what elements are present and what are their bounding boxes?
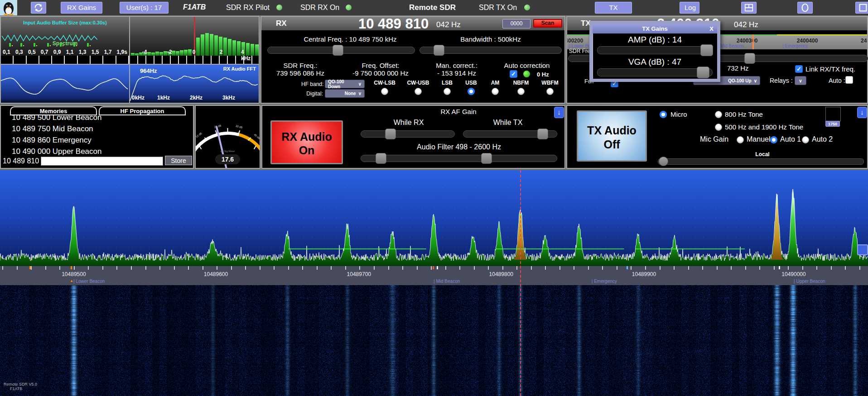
- central-freq-slider[interactable]: [267, 45, 415, 55]
- bandwidth-slider[interactable]: [420, 45, 562, 55]
- version-label: Remote SDR V5.0: [4, 382, 37, 386]
- rx-audio-state-button[interactable]: RX AudioOn: [270, 120, 343, 164]
- while-rx-slider[interactable]: [361, 129, 455, 138]
- axis-tick: [274, 266, 275, 270]
- axis-label: 10489900: [632, 271, 656, 277]
- log-button[interactable]: Log: [680, 2, 699, 14]
- rx-gains-button[interactable]: RX Gains: [61, 2, 102, 14]
- buffer-bar-dot: [12, 45, 13, 46]
- memory-item[interactable]: 10 490 000 Upper Beacon: [12, 147, 102, 156]
- mic-gain-manuel-radio[interactable]: [737, 136, 744, 143]
- tx-frequency-sub: 042 Hz: [734, 20, 758, 29]
- digital-select[interactable]: None∨: [325, 89, 365, 98]
- memory-name-input[interactable]: [41, 157, 163, 166]
- axis-tick: [260, 266, 260, 270]
- mode-radio-cw-lsb[interactable]: [381, 88, 388, 95]
- mic-gain-auto1-radio[interactable]: [770, 136, 777, 143]
- tx-beacon-label: | Emergency: [782, 43, 808, 48]
- chevron-down-icon: ∨: [754, 78, 757, 83]
- panorama-corner-button[interactable]: [857, 244, 868, 255]
- audio-filter-slider[interactable]: [361, 153, 557, 163]
- rx-tuning-cursor[interactable]: [520, 170, 521, 396]
- tux-logo: [0, 0, 17, 15]
- window-layout-button[interactable]: [741, 2, 757, 14]
- fft-tick-label: 1kHz: [157, 95, 170, 101]
- man-correct-label: Man. correct.:: [436, 62, 477, 69]
- axis-tick: [431, 266, 432, 270]
- fft-tick-label: 0kHz: [132, 95, 145, 101]
- iq-bar: [205, 33, 209, 56]
- hf-band-select[interactable]: QO-100 Down∨: [325, 80, 365, 88]
- mode-radio-cw-usb[interactable]: [415, 88, 422, 95]
- axis-tick: [116, 266, 117, 270]
- iq-bar: [172, 51, 175, 56]
- refresh-button[interactable]: [31, 2, 46, 14]
- rx-header: RX 10 489 810 042 Hz 0000 Scan: [261, 17, 564, 30]
- memory-item[interactable]: 10 489 500 Lower Beacon: [12, 113, 102, 122]
- relays-select[interactable]: ∨: [795, 76, 806, 85]
- tab-hf-propagation[interactable]: HF Propagation: [99, 106, 186, 115]
- smeter-caption: dB Sig Meter: [221, 150, 235, 153]
- tx-audio-download-button[interactable]: ↓: [857, 107, 867, 118]
- mode-radio-nbfm[interactable]: [517, 88, 525, 95]
- amp-gain-slider[interactable]: [597, 44, 713, 55]
- tx-beacon-label: | Mid Beacon: [718, 43, 744, 48]
- link-rx-tx-checkbox[interactable]: ✓: [795, 65, 803, 73]
- fullscreen-button[interactable]: [855, 2, 868, 14]
- memory-item[interactable]: 10 489 860 Emergency: [12, 136, 92, 145]
- axis-tick: [445, 266, 446, 270]
- tx-gains-button[interactable]: TX Gains: [595, 2, 632, 14]
- popup-title-bar[interactable]: TX Gains X: [593, 24, 717, 33]
- mode-label-wbfm: WBFM: [541, 80, 558, 86]
- buffer-tick-label: 0,3: [15, 49, 23, 55]
- source-micro-radio[interactable]: [660, 111, 667, 118]
- axis-tick: [459, 266, 460, 270]
- mode-radio-am[interactable]: [492, 88, 499, 95]
- source-500-1900hz-label: 500 Hz and 1900 Hz Tone: [725, 123, 803, 131]
- iq-bar: [155, 52, 159, 56]
- axis-tick: [17, 266, 18, 270]
- buffer-bar: [47, 43, 49, 47]
- memory-item[interactable]: 10 489 750 Mid Beacon: [12, 124, 93, 134]
- rx-audio-download-button[interactable]: ↓: [554, 107, 564, 118]
- axis-tick: [402, 266, 403, 270]
- axis-tick: [831, 266, 832, 270]
- vga-gain-slider[interactable]: [597, 67, 713, 77]
- layout-grid-icon: [744, 6, 754, 14]
- axis-tick: [488, 266, 489, 270]
- source-800hz-radio[interactable]: [715, 111, 722, 118]
- local-volume-slider[interactable]: [658, 157, 864, 167]
- panorama-spectrum[interactable]: [0, 170, 868, 266]
- code-button[interactable]: 0000: [502, 19, 530, 29]
- scope-button[interactable]: [797, 2, 813, 14]
- axis-tick: [388, 266, 389, 270]
- iq-bar: [188, 49, 192, 56]
- frequency-axis[interactable]: 1048950010489600104897001048980010489900…: [0, 266, 868, 285]
- tx-audio-state-button[interactable]: TX AudioOff: [577, 110, 647, 162]
- auto-correction-checkbox[interactable]: ✓: [510, 70, 517, 78]
- mic-gain-auto2-radio[interactable]: [802, 136, 809, 143]
- mode-radio-wbfm[interactable]: [546, 88, 554, 95]
- axis-tick: [45, 266, 46, 270]
- axis-tick: [159, 266, 160, 270]
- source-500-1900hz-radio[interactable]: [715, 124, 722, 131]
- iq-bar: [151, 52, 155, 56]
- while-tx-slider[interactable]: [463, 129, 557, 138]
- tone-1750-button[interactable]: 1750: [825, 121, 840, 127]
- axis-tick: [74, 266, 75, 270]
- mode-radio-usb[interactable]: [468, 88, 475, 95]
- scan-button[interactable]: Scan: [533, 19, 562, 28]
- users-count-button[interactable]: User(s) : 17: [120, 2, 169, 14]
- buffer-bar-dot: [63, 45, 63, 46]
- iq-bar: [237, 41, 241, 56]
- dtmf-keypad-icon[interactable]: [825, 107, 841, 121]
- mode-radio-lsb[interactable]: [444, 88, 451, 95]
- axis-tick: [174, 266, 175, 270]
- buffer-bar: [9, 43, 11, 47]
- popup-close-button[interactable]: X: [709, 25, 714, 32]
- axis-marker: [437, 266, 438, 269]
- waterfall[interactable]: Remote SDR V5.0 F1ATB: [0, 285, 868, 396]
- while-tx-label: While TX: [493, 119, 523, 127]
- tx-auto-checkbox[interactable]: [845, 76, 853, 84]
- store-button[interactable]: Store: [165, 156, 192, 165]
